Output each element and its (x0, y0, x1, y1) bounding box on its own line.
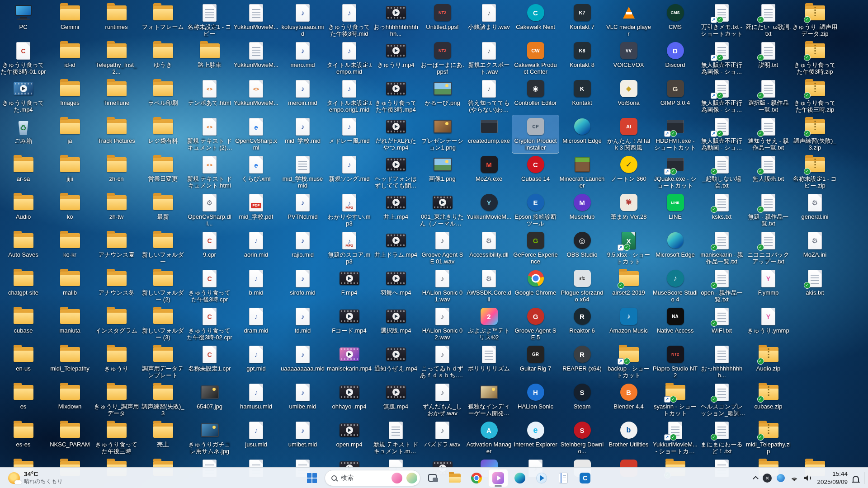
desktop-icon[interactable]: ✓きゅうり食ってた午後三時.zip (792, 77, 838, 115)
desktop-icon[interactable]: createdump.exe (466, 115, 512, 153)
desktop-icon[interactable]: TimeTune (93, 77, 140, 115)
desktop-icon[interactable]: ラベル印刷 (140, 77, 186, 115)
desktop-icon[interactable]: YukkuriMovieM... (233, 39, 279, 77)
desktop-icon[interactable]: ♪meroin.mid (279, 77, 326, 115)
desktop-icon[interactable]: ♪umibet.mid (279, 419, 326, 457)
desktop-icon[interactable]: Images (47, 77, 93, 115)
desktop-icon[interactable]: ♪kotusytuaaus.mid (279, 1, 326, 39)
desktop-icon[interactable]: 調声練習(失敗)_3 (140, 381, 186, 419)
desktop-icon[interactable]: PDFmid_学校.pdf (233, 191, 279, 229)
desktop-icon[interactable]: X↗✓9.5.xlsx - ショートカット (605, 229, 652, 267)
desktop-icon[interactable]: ✓WIFI.txt (698, 305, 745, 343)
desktop-icon[interactable]: Cきゅうり食ってた午後3時.cpr (186, 267, 233, 305)
desktop-icon[interactable]: YF.ymmp (745, 267, 792, 305)
desktop-icon[interactable]: ✓通知うぜえ - 親作品一覧.txt (745, 115, 792, 153)
desktop-icon[interactable]: ✓midi_Telepathy.zip (745, 419, 792, 457)
desktop-icon[interactable]: ✓Audio.zip (745, 343, 792, 381)
desktop-icon[interactable]: ✓説明.txt (745, 39, 792, 77)
desktop-icon[interactable]: Fコード.mp4 (326, 305, 373, 343)
desktop-icon[interactable]: K7Kontakt 7 (559, 1, 605, 39)
desktop-icon[interactable]: sfzPlogue sforzando x64 (559, 267, 605, 305)
desktop-icon[interactable]: VVVOICEVOX (605, 39, 652, 77)
desktop-icon[interactable]: zh-cn (93, 153, 140, 191)
desktop-icon[interactable]: Microsoft Edge (652, 229, 698, 267)
desktop-icon[interactable]: ✓akis.txt (792, 267, 838, 305)
show-desktop-button[interactable] (864, 472, 866, 484)
weather-widget[interactable]: 34°C 晴れのちくもり (4, 468, 67, 488)
desktop-icon[interactable]: midi_Telepathy (47, 343, 93, 381)
desktop-icon[interactable]: ✓死にたい_ω歌詞.txt (745, 1, 792, 39)
desktop-icon[interactable]: きゅうりガチコレ用サムネ.jpg (186, 419, 233, 457)
desktop-icon[interactable]: ♪ずんだもん_しおかぜ.wav (419, 381, 466, 419)
desktop-icon[interactable]: ohhayo-.mp4 (326, 381, 373, 419)
desktop-icon[interactable]: es (0, 381, 47, 419)
desktop-icon[interactable]: CCubase 14 (512, 153, 559, 191)
desktop-icon[interactable]: ♪mid_学校.mid (279, 115, 326, 153)
desktop-icon[interactable]: Audio (0, 191, 47, 229)
search-input[interactable]: 検索 (325, 470, 420, 486)
desktop-icon[interactable]: mid_学校.musemid (279, 153, 326, 191)
desktop-icon[interactable]: NT2Untitled.ppsf (419, 1, 466, 39)
search-highlight-character-icon-2[interactable] (406, 473, 417, 483)
desktop-icon[interactable]: Cきゅうり食ってた午後3時-01.cpr (0, 39, 47, 77)
desktop-icon[interactable]: DDiscord (652, 39, 698, 77)
desktop-icon[interactable]: Mixdown (47, 381, 93, 419)
desktop-icon[interactable]: ♪HALion Sonic 01.wav (419, 267, 466, 305)
desktop-icon[interactable]: C名称未設定1.cpr (186, 343, 233, 381)
desktop-icon[interactable]: ✓ヘルスコンプレッション_歌詞.txt (698, 381, 745, 419)
desktop-icon[interactable]: id-id (47, 39, 93, 77)
desktop-icon[interactable]: ko (47, 191, 93, 229)
desktop-icon[interactable]: ✓調声練習(失敗)_3.zip (792, 115, 838, 153)
desktop-icon[interactable]: ↗✓backup - ショートカット (605, 343, 652, 381)
desktop-icon[interactable]: AIかんたん！AITalk 3 関西風 (605, 115, 652, 153)
desktop-icon[interactable]: ✓選択版 - 親作品一覧.txt (745, 77, 792, 115)
desktop-icon[interactable]: cubase (0, 305, 47, 343)
desktop-icon[interactable]: KKontakt (559, 77, 605, 115)
desktop-icon[interactable]: ♪hamusu.mid (233, 381, 279, 419)
volume-icon[interactable] (804, 475, 812, 481)
desktop-icon[interactable]: CPCrypton Product Installer (512, 115, 559, 153)
desktop-icon[interactable]: open.mp4 (326, 419, 373, 457)
desktop-icon[interactable]: runtimes (93, 1, 140, 39)
desktop-icon[interactable]: ◎OBS Studio (559, 229, 605, 267)
hidden-icons-chevron-icon[interactable] (753, 476, 759, 482)
desktop-icon[interactable]: chatgpt-site (0, 267, 47, 305)
taskbar-app-file-explorer[interactable] (445, 469, 465, 487)
tray-clock[interactable]: 15:44 2025/09/09 (817, 470, 848, 486)
wifi-icon[interactable] (790, 474, 799, 481)
desktop-icon[interactable]: アナウンス冬 (93, 267, 140, 305)
desktop-icon[interactable]: プレゼンテーション1.png (419, 115, 466, 153)
desktop-icon[interactable]: インスタグラム (93, 305, 140, 343)
search-highlight-character-icon-1[interactable] (392, 473, 402, 483)
desktop-icon[interactable]: 新規 テキスト ドキュメント.musicxml (373, 419, 419, 457)
desktop-icon[interactable]: きゅうり_調声用データ (93, 381, 140, 419)
desktop-icon[interactable]: ♪新規ソング.mid (326, 153, 373, 191)
desktop-icon[interactable]: CMSCMS (652, 1, 698, 39)
desktop-icon[interactable]: RREAPER (x64) (559, 343, 605, 381)
start-button[interactable] (302, 469, 322, 487)
desktop-icon[interactable]: 画像1.png (419, 153, 466, 191)
desktop-icon[interactable]: ゆうき (140, 39, 186, 77)
desktop-icon[interactable]: zh-tw (93, 191, 140, 229)
desktop-icon[interactable]: jijii (47, 153, 93, 191)
desktop-icon[interactable]: AActivation Manager (466, 419, 512, 457)
desktop-icon[interactable]: 無題.mp4 (373, 381, 419, 419)
desktop-icon[interactable]: C9.cpr (186, 229, 233, 267)
desktop-icon[interactable]: K8Kontakt 8 (559, 39, 605, 77)
desktop-icon[interactable]: NT2おーばーまにあ.ppsf (419, 39, 466, 77)
desktop-icon-grid[interactable]: PCGeminiruntimesフォトフレーム名称未設定1 - コピーYukku… (0, 0, 841, 488)
desktop-icon[interactable]: ♪aorin.mid (233, 229, 279, 267)
desktop-icon[interactable]: きゅうり食ってた.mp4 (0, 77, 47, 115)
desktop-icon[interactable]: <>新規 テキスト ドキュメント (2).html (186, 115, 233, 153)
desktop-icon[interactable]: manisekarin.mp4 (326, 343, 373, 381)
desktop-icon[interactable]: 羽舞へ.mp4 (373, 267, 419, 305)
desktop-icon[interactable]: 通知うぜえ.mp4 (373, 343, 419, 381)
desktop-icon[interactable]: ♪mero.mid (279, 39, 326, 77)
desktop-icon[interactable]: ♪sirofo.mid (279, 267, 326, 305)
desktop-icon[interactable]: ↗✓HDDFMT.exe - ショートカット (652, 115, 698, 153)
desktop-icon[interactable]: GGroove Agent SE 5 (512, 305, 559, 343)
desktop-icon[interactable]: 筆筆まめ Ver.28 (605, 191, 652, 229)
desktop-icon[interactable]: 新しいフォルダー (2) (140, 267, 186, 305)
taskbar-app-task-view[interactable] (423, 469, 443, 487)
desktop-icon[interactable]: ✓無人販売.txt (745, 153, 792, 191)
